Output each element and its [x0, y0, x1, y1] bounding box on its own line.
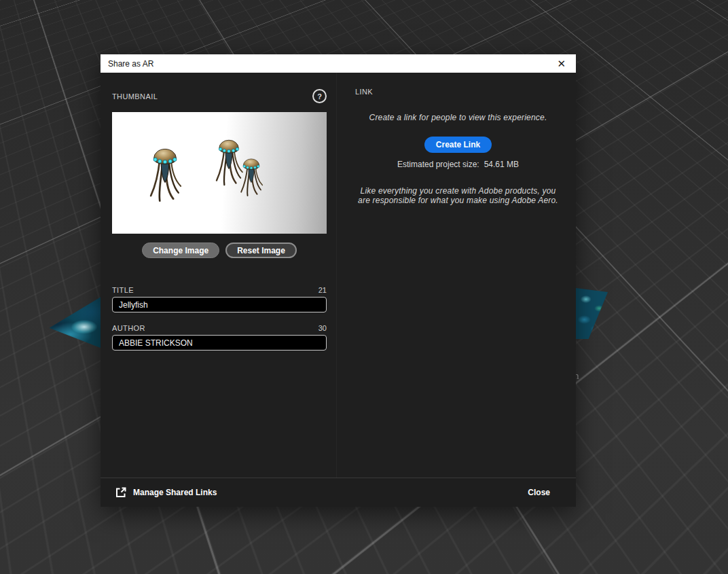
change-image-button[interactable]: Change Image — [142, 243, 219, 258]
link-description: Create a link for people to view this ex… — [355, 113, 561, 122]
author-input[interactable] — [112, 335, 327, 351]
manage-shared-links-label: Manage Shared Links — [133, 488, 217, 497]
external-link-icon — [115, 486, 127, 499]
dialog-title: Share as AR — [108, 59, 554, 69]
column-divider — [336, 73, 337, 478]
help-icon[interactable]: ? — [312, 89, 327, 103]
thumbnail-label: THUMBNAIL — [112, 92, 158, 101]
author-char-counter: 30 — [318, 324, 327, 332]
thumbnail-column: THUMBNAIL ? — [101, 73, 336, 478]
link-label: LINK — [355, 88, 561, 96]
author-label: AUTHOR — [112, 324, 145, 332]
project-size-label: Estimated project size: — [397, 160, 479, 169]
jellyfish-image — [112, 112, 327, 234]
link-column: LINK Create a link for people to view th… — [336, 73, 576, 478]
project-size-value: 54.61 MB — [484, 160, 519, 169]
close-icon[interactable]: ✕ — [554, 58, 568, 69]
title-label: TITLE — [112, 286, 134, 294]
project-size-line: Estimated project size:54.61 MB — [355, 160, 561, 169]
title-input[interactable] — [112, 297, 327, 312]
title-char-counter: 21 — [318, 286, 327, 294]
reset-image-button[interactable]: Reset Image — [225, 243, 297, 258]
create-link-button[interactable]: Create Link — [424, 137, 492, 153]
dialog-body: THUMBNAIL ? — [101, 73, 576, 478]
legal-disclaimer: Like everything you create with Adobe pr… — [356, 186, 561, 205]
close-button[interactable]: Close — [528, 488, 550, 497]
thumbnail-preview — [112, 112, 327, 234]
manage-shared-links-button[interactable]: Manage Shared Links — [115, 486, 217, 499]
dialog-titlebar: Share as AR ✕ — [101, 54, 576, 73]
share-as-ar-dialog: Share as AR ✕ THUMBNAIL ? — [101, 54, 576, 507]
dialog-footer: Manage Shared Links Close — [101, 478, 576, 507]
